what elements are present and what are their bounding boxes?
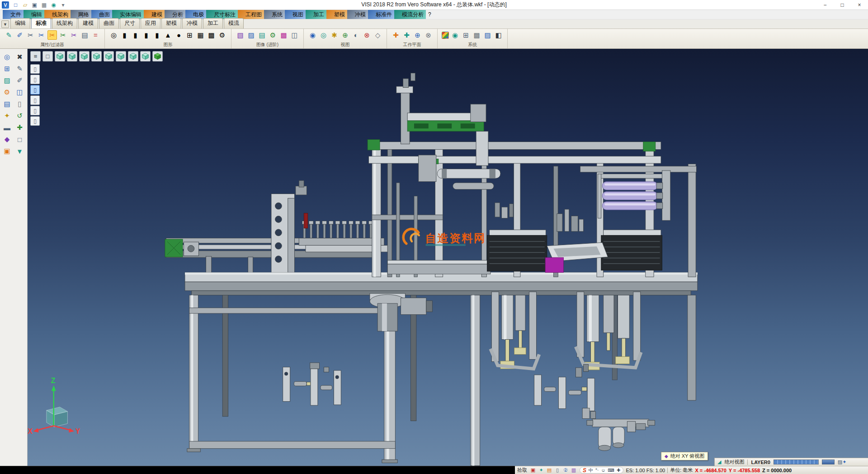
ime-chinese-mode[interactable]: 中 [589, 468, 593, 473]
match-properties-icon[interactable]: = [91, 30, 100, 40]
folder-status-icon[interactable]: ▤ [546, 467, 553, 474]
zoom-select-icon[interactable]: ◎ [1, 52, 13, 62]
grid-settings-icon[interactable]: ▩ [472, 30, 481, 40]
hatch-icon[interactable]: ▨ [1, 75, 13, 86]
close-button[interactable]: × [851, 0, 868, 9]
zoom-all-icon[interactable]: ◉ [308, 30, 317, 40]
ime-punctuation[interactable]: °· [595, 468, 599, 473]
snap-grid-icon[interactable]: ⊞ [1, 63, 13, 74]
ime-keyboard-icon[interactable]: ⌨ [608, 468, 614, 473]
ribbon-tab[interactable]: 建模 [78, 18, 98, 28]
workplane-indicator-icon[interactable]: ◢ [717, 459, 721, 465]
chart-status-icon[interactable]: ▥ [570, 467, 577, 474]
viewport-clip-2-icon[interactable]: ▯ [30, 75, 40, 84]
hide-elements-icon[interactable]: ⊗ [362, 30, 372, 40]
add-element-icon[interactable]: ✚ [14, 122, 25, 133]
render-mode-mini-icon[interactable]: ▨ [838, 459, 842, 465]
ribbon-tab[interactable]: 编辑 [10, 18, 30, 28]
menu-item[interactable]: 编辑 [24, 10, 44, 19]
ime-logo-icon[interactable]: S [583, 468, 586, 473]
cylinder-thin-icon[interactable]: ▮ [142, 30, 151, 40]
palette-tool-icon[interactable]: ▣ [1, 146, 13, 156]
ribbon-tab[interactable]: 线架构 [52, 18, 77, 28]
ribbon-tab[interactable]: 加工 [203, 18, 223, 28]
highlight-icon[interactable]: ✦ [1, 110, 13, 121]
viewport-canvas[interactable]: 自造资料网 Z X Y [28, 49, 868, 466]
gear-primitive-icon[interactable]: ⚙ [217, 30, 227, 40]
alert-status-icon[interactable]: ▣ [529, 467, 537, 474]
viewport-clip-6-icon[interactable]: ▯ [30, 116, 40, 126]
workplane-origin-icon[interactable]: ⊕ [413, 30, 422, 40]
view-front-icon[interactable] [67, 51, 77, 62]
rotate-view-icon[interactable]: ◐ [351, 30, 361, 40]
menu-item[interactable]: 实体编辑 [112, 10, 144, 19]
ribbon-tab[interactable]: 冲模 [182, 18, 202, 28]
selection-mini-icon[interactable]: ✦ [842, 459, 846, 465]
view-bottom-icon[interactable] [116, 51, 126, 62]
copy-attributes-icon[interactable]: ✐ [15, 30, 24, 40]
color-palette-icon[interactable]: ▦ [442, 32, 449, 39]
saved-views-icon[interactable]: ▼ [14, 146, 25, 156]
cone-primitive-icon[interactable]: ▲ [163, 30, 173, 40]
menu-item[interactable]: 分析 [165, 10, 185, 19]
cylinder-primitive-icon[interactable]: ▮ [120, 30, 129, 40]
mesh-block-icon[interactable]: ▩ [207, 30, 216, 40]
menu-item[interactable]: 加工 [306, 10, 326, 19]
menu-item[interactable]: 尺寸标注 [206, 10, 238, 19]
viewport-single-window-icon[interactable]: □ [42, 51, 53, 62]
layer-manager-icon[interactable]: ▤ [80, 30, 90, 40]
workplane-new-icon[interactable]: ✚ [391, 30, 401, 40]
view-left-icon[interactable] [91, 51, 102, 62]
clipboard-icon[interactable]: ▯ [14, 99, 25, 109]
filter-points-icon[interactable]: ✂ [37, 30, 46, 40]
ribbon-tab[interactable]: 标准 [31, 18, 51, 28]
cad-exchange-icon[interactable]: ▨ [483, 30, 492, 40]
menu-item[interactable]: 工程图 [238, 10, 264, 19]
minimize-button[interactable]: − [816, 0, 834, 9]
layers-icon[interactable]: ▤ [1, 99, 13, 109]
menu-item[interactable]: 视图 [285, 10, 306, 19]
filter-surfaces-icon[interactable]: ✂ [58, 30, 68, 40]
sphere-primitive-icon[interactable]: ● [174, 30, 184, 40]
filter-all-icon[interactable]: ✂ [26, 30, 35, 40]
menu-item[interactable]: 电极 [185, 10, 206, 19]
menu-item[interactable]: 塑模 [326, 10, 347, 19]
menu-item[interactable]: 冲模 [347, 10, 368, 19]
view-axonometric-icon[interactable] [140, 51, 151, 62]
viewport-clip-3-icon[interactable]: ▯ [30, 85, 40, 95]
dynamic-view-icon[interactable]: ✱ [330, 30, 339, 40]
menu-item[interactable]: 文件 [3, 10, 24, 19]
ribbon-tab[interactable]: 尺寸 [120, 18, 140, 28]
workplane-reset-icon[interactable]: ⊗ [424, 30, 433, 40]
menu-item[interactable]: 模流分析 [394, 10, 426, 19]
maximize-button[interactable]: □ [834, 0, 851, 9]
annotate-icon[interactable]: ✐ [14, 75, 25, 86]
open-file-icon[interactable]: ▱ [21, 1, 29, 9]
layer-selector[interactable]: LAYER0 [751, 460, 770, 465]
globe-icon[interactable]: ◉ [450, 30, 460, 40]
notes-icon[interactable]: □ [14, 134, 25, 145]
ime-emoji-icon[interactable]: ☺ [601, 468, 605, 473]
delete-icon[interactable]: ✖ [14, 52, 25, 62]
cylinder-tall-icon[interactable]: ▮ [131, 30, 140, 40]
snapshot-icon[interactable]: ⊞ [461, 30, 471, 40]
depth-scale-bar[interactable] [822, 460, 835, 465]
cylinder-selected-icon[interactable]: ▮ [152, 30, 162, 40]
filter-curves-icon[interactable]: ✂ [47, 30, 57, 40]
viewport-clip-5-icon[interactable]: ▯ [30, 106, 40, 115]
print-icon[interactable]: ▦ [40, 1, 48, 9]
pan-view-icon[interactable]: ⊕ [340, 30, 350, 40]
menu-item[interactable]: 曲面 [91, 10, 112, 19]
extrude-icon[interactable]: ▬ [1, 122, 13, 133]
ribbon-tab[interactable]: 应用 [141, 18, 160, 28]
command-area[interactable] [0, 466, 515, 474]
view-shaded-icon[interactable] [152, 51, 163, 62]
tab-dropdown-icon[interactable]: ▼ [1, 20, 9, 28]
workplane-popup[interactable]: ◆ 绝对 XY 俯视图 [661, 452, 708, 460]
transform-gear-icon[interactable]: ⚙ [1, 87, 13, 98]
view-right-icon[interactable] [79, 51, 90, 62]
machine-assembly[interactable] [165, 73, 698, 466]
render-wireframe-icon[interactable]: ▤ [257, 30, 267, 40]
screenshot-icon[interactable]: ◉ [49, 1, 58, 9]
viewport-layout-menu-icon[interactable]: ≡ [30, 51, 41, 62]
